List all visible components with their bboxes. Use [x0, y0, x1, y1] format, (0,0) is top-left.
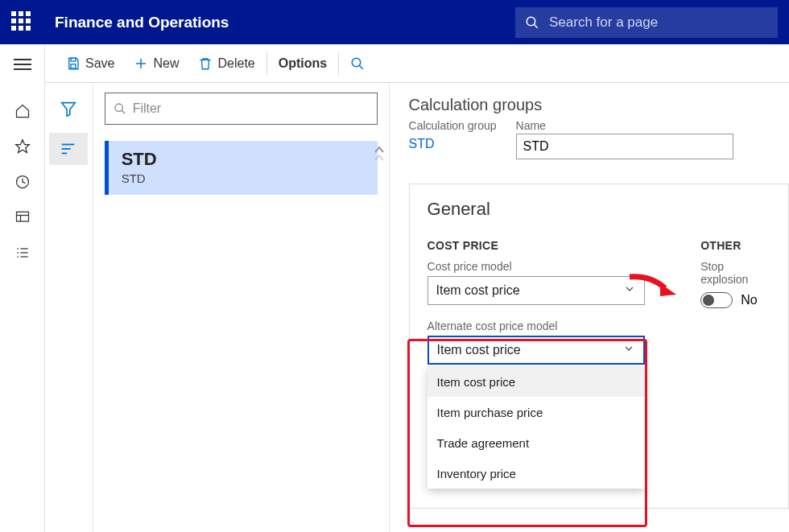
list-item-title: STD	[122, 149, 365, 170]
cost-price-model-value: Item cost price	[436, 283, 520, 298]
funnel-icon[interactable]	[49, 93, 88, 125]
scroll-up-icon[interactable]	[373, 144, 386, 170]
svg-marker-28	[660, 283, 676, 296]
action-toolbar: Save New Delete Options	[0, 44, 789, 83]
options-button[interactable]: Options	[269, 44, 337, 82]
filter-placeholder: Filter	[133, 101, 162, 116]
list-filter-input[interactable]: Filter	[105, 93, 378, 125]
page-title: Calculation groups	[409, 96, 789, 114]
cost-price-model-label: Cost price model	[428, 260, 656, 273]
toolbar-search-button[interactable]	[341, 44, 374, 82]
cost-price-model-dropdown[interactable]: Item cost price	[428, 276, 645, 305]
save-button[interactable]: Save	[56, 44, 124, 82]
name-label: Name	[516, 119, 733, 132]
star-icon[interactable]	[14, 138, 31, 155]
home-icon[interactable]	[14, 102, 31, 120]
options-label: Options	[279, 56, 327, 71]
search-icon	[525, 15, 539, 30]
waffle-icon[interactable]	[11, 11, 34, 34]
search-icon	[114, 102, 126, 115]
save-label: Save	[85, 56, 114, 71]
svg-point-26	[115, 104, 122, 111]
svg-rect-16	[71, 58, 76, 61]
workspace-icon[interactable]	[14, 208, 31, 226]
toolbar-divider	[266, 52, 267, 75]
svg-rect-17	[71, 64, 76, 68]
calc-group-value[interactable]: STD	[409, 134, 497, 155]
global-search[interactable]: Search for a page	[515, 7, 778, 38]
stop-explosion-value: No	[741, 293, 757, 307]
general-title: General	[428, 199, 770, 220]
hamburger-icon[interactable]	[14, 56, 31, 73]
list-item-subtitle: STD	[122, 171, 365, 185]
svg-rect-7	[16, 212, 28, 221]
stop-explosion-toggle[interactable]	[700, 292, 733, 308]
alt-cost-label: Alternate cost price model	[428, 320, 656, 332]
svg-marker-5	[15, 140, 29, 153]
filter-panel	[45, 83, 93, 532]
annotation-arrow-icon	[628, 272, 676, 299]
new-button[interactable]: New	[124, 44, 188, 82]
detail-panel: Calculation groups Calculation group STD…	[390, 83, 789, 532]
list-item-std[interactable]: STD STD	[105, 141, 378, 195]
delete-label: Delete	[217, 56, 254, 71]
stop-explosion-label: Stop explosion	[700, 260, 770, 286]
cost-price-section: COST PRICE	[428, 239, 656, 252]
search-placeholder: Search for a page	[549, 14, 658, 31]
modules-icon[interactable]	[14, 244, 31, 262]
svg-marker-22	[62, 103, 76, 117]
left-nav-rail	[0, 44, 45, 532]
new-label: New	[153, 56, 179, 71]
recent-icon[interactable]	[14, 173, 31, 191]
svg-point-0	[527, 17, 535, 26]
calc-group-label: Calculation group	[409, 119, 497, 132]
svg-line-21	[359, 65, 363, 69]
main-area: Filter STD STD Calculation groups Calcul…	[45, 83, 789, 532]
toolbar-divider	[338, 52, 339, 75]
app-header: Finance and Operations Search for a page	[0, 0, 789, 44]
sort-icon[interactable]	[49, 133, 88, 165]
name-input[interactable]	[516, 134, 733, 159]
delete-button[interactable]: Delete	[188, 44, 264, 82]
svg-point-20	[352, 58, 361, 67]
record-list: Filter STD STD	[93, 83, 390, 532]
other-section: OTHER	[700, 239, 770, 252]
app-title: Finance and Operations	[55, 14, 229, 31]
svg-line-27	[122, 110, 125, 113]
annotation-highlight	[407, 339, 647, 527]
svg-line-1	[534, 24, 538, 28]
